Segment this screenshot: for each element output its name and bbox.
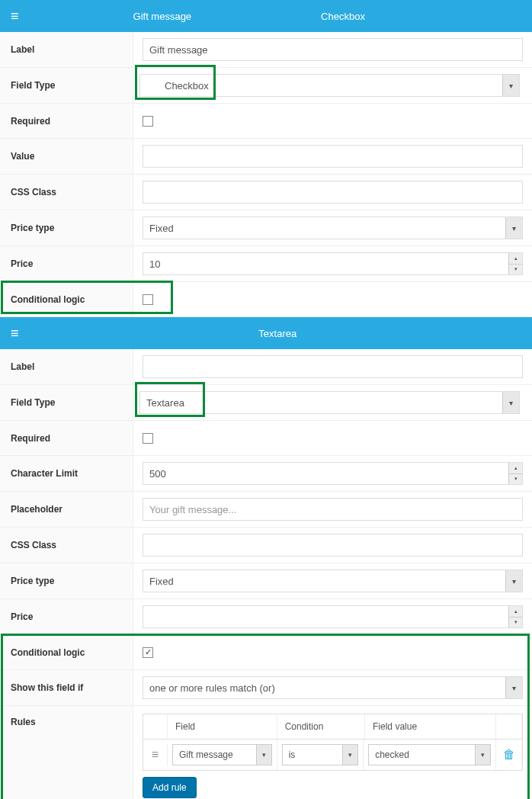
fieldtype2-value: Textarea: [146, 397, 184, 409]
row-rules: Rules Field Condition Field value ≡ Gift…: [0, 706, 532, 799]
row-label: Label Gift message: [0, 32, 532, 68]
rule-field-value: Gift message: [179, 749, 233, 760]
chevron-down-icon: ▾: [475, 745, 490, 765]
rules-header: Field Condition Field value: [143, 714, 523, 740]
trash-icon[interactable]: 🗑: [503, 748, 515, 762]
pricetype-select[interactable]: Fixed ▾: [143, 217, 523, 239]
pricetype-value: Fixed: [149, 223, 174, 234]
rule-cond-value: is: [289, 749, 296, 760]
fieldtype2-select[interactable]: Textarea ▾: [139, 391, 520, 414]
charlimit-label: Character Limit: [0, 456, 133, 491]
value-input[interactable]: [143, 145, 523, 168]
fieldtype-select[interactable]: Checkbox ▾: [139, 74, 520, 97]
required2-checkbox[interactable]: [143, 433, 153, 444]
rules-hdr-cond: Condition: [277, 714, 365, 739]
chevron-down-icon: ▾: [505, 217, 522, 239]
chevron-down-icon: ▾: [502, 392, 519, 413]
row-price2: Price ▴▾: [0, 599, 532, 635]
drag-icon[interactable]: ≡: [11, 326, 19, 342]
price2-label: Price: [0, 599, 133, 634]
chevron-down-icon: ▾: [505, 570, 522, 592]
cssclass-input[interactable]: [143, 181, 523, 204]
row-fieldtype2: Field Type Textarea ▾: [0, 385, 532, 421]
row-required: Required: [0, 104, 532, 139]
cssclass2-input[interactable]: [143, 534, 523, 557]
number-spinner[interactable]: ▴▾: [508, 606, 522, 627]
showif-select[interactable]: one or more rules match (or) ▾: [143, 676, 523, 699]
panel1-type: Checkbox: [321, 11, 365, 22]
rule-val-select[interactable]: checked ▾: [368, 744, 491, 765]
cssclass-label: CSS Class: [0, 175, 133, 210]
rule-row: ≡ Gift message ▾ is ▾ checked: [143, 740, 523, 771]
row-pricetype: Price type Fixed ▾: [0, 210, 532, 246]
price-input[interactable]: 10 ▴▾: [143, 252, 523, 275]
required2-label: Required: [0, 421, 133, 455]
rule-cond-select[interactable]: is ▾: [282, 744, 359, 765]
row-required2: Required: [0, 421, 532, 456]
cssclass2-label: CSS Class: [0, 528, 133, 563]
condlogic-checkbox[interactable]: [143, 294, 153, 305]
row-showif: Show this field if one or more rules mat…: [0, 670, 532, 706]
row-label2: Label: [0, 349, 532, 385]
row-charlimit: Character Limit 500 ▴▾: [0, 456, 532, 492]
rules-label: Rules: [0, 706, 133, 799]
required-checkbox[interactable]: [143, 116, 153, 127]
condlogic2-label: Conditional logic: [0, 635, 133, 669]
price2-input[interactable]: ▴▾: [143, 605, 523, 628]
label2-input[interactable]: [143, 355, 523, 378]
panel1-header[interactable]: ≡ Gift message Checkbox: [0, 0, 532, 32]
row-pricetype2: Price type Fixed ▾: [0, 563, 532, 599]
placeholder-input[interactable]: Your gift message...: [143, 498, 523, 521]
chevron-down-icon: ▾: [342, 745, 357, 765]
rules-hdr-val: Field value: [365, 714, 496, 739]
chevron-down-icon: ▾: [505, 677, 522, 698]
price-value: 10: [149, 258, 160, 270]
fieldtype-value: Checkbox: [165, 80, 209, 91]
condlogic-label: Conditional logic: [0, 282, 133, 316]
showif-label: Show this field if: [0, 670, 133, 705]
required-label: Required: [0, 104, 133, 138]
condlogic2-checkbox[interactable]: ✓: [143, 647, 153, 658]
pricetype2-select[interactable]: Fixed ▾: [143, 570, 523, 592]
row-condlogic: Conditional logic: [0, 282, 532, 317]
label-input[interactable]: Gift message: [143, 38, 523, 61]
row-condlogic2: Conditional logic ✓: [0, 635, 532, 670]
fieldtype2-label: Field Type: [0, 385, 133, 420]
row-cssclass: CSS Class: [0, 175, 532, 210]
label-label: Label: [0, 32, 133, 67]
charlimit-value: 500: [149, 468, 166, 480]
charlimit-input[interactable]: 500 ▴▾: [143, 462, 523, 485]
showif-value: one or more rules match (or): [149, 682, 275, 694]
chevron-down-icon: ▾: [256, 745, 271, 765]
rule-val-value: checked: [375, 749, 409, 760]
panel1-title: Gift message: [133, 11, 192, 22]
placeholder-label: Placeholder: [0, 492, 133, 527]
fieldtype-label: Field Type: [0, 68, 133, 103]
row-placeholder: Placeholder Your gift message...: [0, 492, 532, 528]
label2-label: Label: [0, 349, 133, 384]
panel2-header[interactable]: ≡ Textarea: [0, 317, 532, 349]
rules-hdr-field: Field: [168, 714, 277, 739]
pricetype2-value: Fixed: [149, 576, 174, 587]
number-spinner[interactable]: ▴▾: [508, 253, 522, 274]
drag-icon[interactable]: ≡: [11, 8, 19, 24]
add-rule-button[interactable]: Add rule: [143, 777, 197, 798]
value-label: Value: [0, 139, 133, 174]
chevron-down-icon: ▾: [502, 75, 519, 96]
row-value: Value: [0, 139, 532, 175]
pricetype-label: Price type: [0, 210, 133, 245]
panel2-type: Textarea: [258, 328, 296, 339]
drag-icon[interactable]: ≡: [143, 743, 168, 766]
price-label: Price: [0, 246, 133, 281]
pricetype2-label: Price type: [0, 563, 133, 598]
row-fieldtype: Field Type Checkbox ▾: [0, 68, 532, 104]
rules-table: Field Condition Field value ≡ Gift messa…: [143, 714, 523, 771]
number-spinner[interactable]: ▴▾: [508, 463, 522, 484]
row-price: Price 10 ▴▾: [0, 246, 532, 282]
row-cssclass2: CSS Class: [0, 528, 532, 563]
rule-field-select[interactable]: Gift message ▾: [172, 744, 272, 765]
